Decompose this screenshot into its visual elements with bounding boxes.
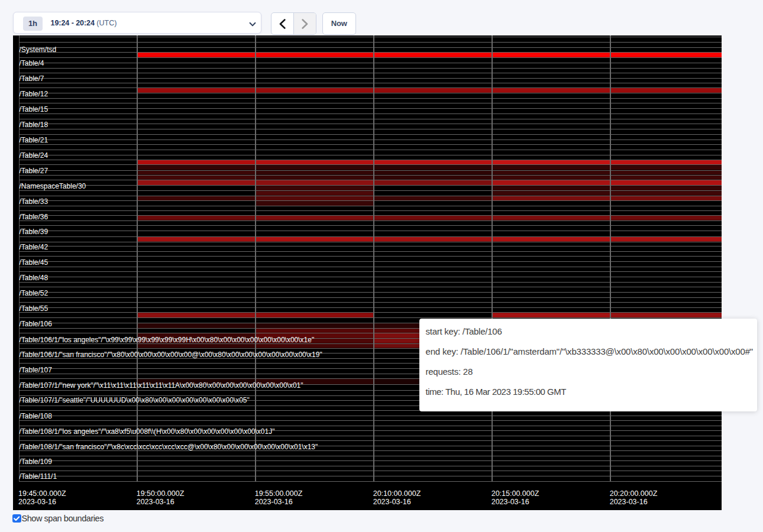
svg-text:/Table/27: /Table/27 bbox=[19, 166, 48, 174]
svg-text:19:50:00.000Z: 19:50:00.000Z bbox=[136, 489, 184, 498]
svg-text:/Table/106/1/"los angeles"/"\x: /Table/106/1/"los angeles"/"\x99\x99\x99… bbox=[19, 335, 314, 343]
svg-text:/Table/18: /Table/18 bbox=[19, 121, 48, 129]
svg-text:/Table/107: /Table/107 bbox=[19, 366, 52, 374]
svg-text:19:55:00.000Z: 19:55:00.000Z bbox=[254, 489, 302, 498]
svg-text:/Table/39: /Table/39 bbox=[19, 227, 48, 235]
svg-text:/Table/36: /Table/36 bbox=[19, 212, 48, 220]
svg-text:/Table/21: /Table/21 bbox=[19, 136, 48, 144]
svg-text:2023-03-16: 2023-03-16 bbox=[18, 498, 56, 506]
svg-text:/Table/55: /Table/55 bbox=[19, 304, 48, 312]
svg-text:/Table/107/1/"new york"/"\x11\: /Table/107/1/"new york"/"\x11\x11\x11\x1… bbox=[19, 381, 303, 389]
svg-text:/Table/45: /Table/45 bbox=[19, 258, 48, 266]
svg-text:20:15:00.000Z: 20:15:00.000Z bbox=[491, 489, 539, 498]
svg-text:/Table/15: /Table/15 bbox=[19, 105, 48, 113]
svg-text:/Table/106: /Table/106 bbox=[19, 320, 52, 328]
svg-text:2023-03-16: 2023-03-16 bbox=[373, 498, 410, 506]
svg-text:/Table/7: /Table/7 bbox=[19, 74, 44, 83]
svg-text:2023-03-16: 2023-03-16 bbox=[136, 498, 174, 506]
svg-text:2023-03-16: 2023-03-16 bbox=[491, 498, 529, 506]
svg-text:/Table/52: /Table/52 bbox=[19, 288, 48, 297]
svg-text:/Table/4: /Table/4 bbox=[19, 59, 44, 67]
svg-text:20:20:00.000Z: 20:20:00.000Z bbox=[609, 489, 657, 498]
svg-text:2023-03-16: 2023-03-16 bbox=[609, 498, 647, 506]
svg-text:/Table/12: /Table/12 bbox=[19, 90, 48, 98]
svg-text:20:10:00.000Z: 20:10:00.000Z bbox=[373, 489, 421, 498]
svg-text:19:45:00.000Z: 19:45:00.000Z bbox=[18, 489, 66, 498]
svg-text:/Table/33: /Table/33 bbox=[19, 197, 48, 205]
svg-text:/Table/109: /Table/109 bbox=[19, 457, 52, 465]
svg-text:/Table/48: /Table/48 bbox=[19, 273, 48, 281]
svg-text:/Table/108/1/"san francisco"/": /Table/108/1/"san francisco"/"\x8c\xcc\x… bbox=[19, 442, 318, 450]
svg-text:/Table/24: /Table/24 bbox=[19, 151, 48, 159]
svg-text:/System/tsd: /System/tsd bbox=[19, 46, 56, 54]
svg-text:/Table/106/1/"san francisco"/": /Table/106/1/"san francisco"/"\x80\x00\x… bbox=[19, 351, 322, 359]
svg-text:/Table/42: /Table/42 bbox=[19, 242, 48, 251]
svg-text:2023-03-16: 2023-03-16 bbox=[254, 498, 292, 506]
svg-text:/NamespaceTable/30: /NamespaceTable/30 bbox=[19, 181, 86, 190]
svg-text:/Table/108/1/"los angeles"/"\x: /Table/108/1/"los angeles"/"\xa8\xf5\u00… bbox=[19, 427, 274, 435]
svg-text:/Table/111/1: /Table/111/1 bbox=[19, 472, 57, 480]
svg-text:/Table/108: /Table/108 bbox=[19, 411, 52, 420]
svg-text:/Table/107/1/"seattle"/"UUUUUU: /Table/107/1/"seattle"/"UUUUUUD\x00\x80\… bbox=[19, 396, 249, 404]
